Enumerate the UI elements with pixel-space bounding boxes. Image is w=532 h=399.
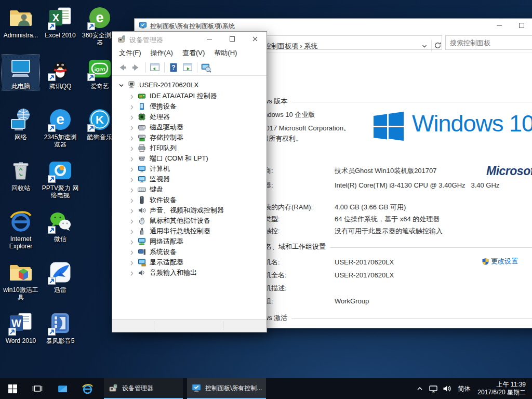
refresh-icon[interactable] <box>434 42 442 49</box>
task-button-control-panel[interactable]: 控制面板\所有控制... <box>187 378 266 399</box>
back-icon[interactable] <box>116 62 128 73</box>
tree-item-storage[interactable]: 存储控制器 <box>112 132 267 143</box>
chevron-collapsed-icon[interactable] <box>129 177 135 182</box>
minimize-button[interactable] <box>198 32 221 46</box>
desktop-icon-word[interactable]: WWord 2010 <box>2 310 39 344</box>
shortcut-arrow-icon <box>48 73 56 81</box>
menu-item-1[interactable]: 操作(A) <box>146 46 178 60</box>
chevron-collapsed-icon[interactable] <box>129 125 135 130</box>
tree-item-port[interactable]: 端口 (COM 和 LPT) <box>112 153 267 164</box>
chevron-collapsed-icon[interactable] <box>129 104 135 110</box>
tree-item-ide[interactable]: IDE ATA/ATAPI 控制器 <box>112 91 267 101</box>
chevron-collapsed-icon[interactable] <box>129 145 135 151</box>
task-button-label: 设备管理器 <box>122 384 153 393</box>
tree-item-keyboard[interactable]: 键盘 <box>112 184 267 195</box>
chevron-collapsed-icon[interactable] <box>129 94 135 99</box>
tree-item-disk[interactable]: 磁盘驱动器 <box>112 122 267 132</box>
forward-icon[interactable] <box>130 62 142 73</box>
minimize-button[interactable] <box>488 19 510 32</box>
section-rule <box>291 102 532 102</box>
menu-item-2[interactable]: 查看(V) <box>178 46 209 60</box>
ide-device-icon <box>138 92 146 100</box>
help-icon[interactable]: ? <box>168 62 179 73</box>
device-manager-titlebar[interactable]: 设备管理器 <box>112 32 267 46</box>
desktop-icon-storm[interactable]: 暴风影音5 <box>42 310 79 344</box>
show-console-tree-icon[interactable] <box>149 62 161 73</box>
desktop-icon-ie[interactable]: Internet Explorer <box>2 208 39 250</box>
desktop-icon-this-pc[interactable]: 此电脑 <box>2 55 39 90</box>
pinned-ie-button[interactable] <box>75 378 100 399</box>
tree-item-display[interactable]: 显示适配器 <box>112 257 267 268</box>
tree-item-cpu[interactable]: 处理器 <box>112 112 267 122</box>
chevron-collapsed-icon[interactable] <box>129 249 135 255</box>
menu-item-0[interactable]: 文件(F) <box>114 46 146 60</box>
tree-item-net[interactable]: 网络适配器 <box>112 236 267 247</box>
tree-item-audio[interactable]: 音频输入和输出 <box>112 268 267 278</box>
tree-item-computer[interactable]: 计算机 <box>112 164 267 174</box>
desktop-icon-network[interactable]: 网络 <box>2 106 39 141</box>
chevron-collapsed-icon[interactable] <box>129 208 135 214</box>
chevron-collapsed-icon[interactable] <box>129 156 135 162</box>
task-button-label: 控制面板\所有控制... <box>205 384 262 393</box>
chevron-down-icon[interactable] <box>421 43 428 50</box>
desktop-icon-wechat[interactable]: 微信 <box>42 208 79 243</box>
portable-device-icon <box>138 102 146 111</box>
tree-item-label: IDE ATA/ATAPI 控制器 <box>150 91 217 101</box>
chevron-collapsed-icon[interactable] <box>129 135 135 141</box>
tree-item-portable[interactable]: 便携设备 <box>112 101 267 112</box>
tree-item-sound[interactable]: 声音、视频和游戏控制器 <box>112 205 267 216</box>
maximize-button[interactable] <box>510 19 532 32</box>
tree-item-root[interactable]: USER-20170620LX <box>112 78 267 91</box>
device-manager-taskbar-icon <box>108 383 118 393</box>
chevron-collapsed-icon[interactable] <box>129 260 135 265</box>
desktop[interactable]: Administra...XExcel 2010e360安全浏览器此电脑腾讯QQ… <box>0 0 532 399</box>
desktop-icon-recycle-bin[interactable]: 回收站 <box>2 157 39 192</box>
tree-item-printer[interactable]: 打印队列 <box>112 143 267 153</box>
tree-item-mouse[interactable]: 鼠标和其他指针设备 <box>112 216 267 226</box>
chevron-collapsed-icon[interactable] <box>129 229 135 234</box>
usb-device-icon <box>138 227 146 235</box>
search-box <box>445 35 532 50</box>
desktop-icon-label: Internet Explorer <box>2 235 39 250</box>
desktop-icon-admin-folder[interactable]: Administra... <box>2 4 39 39</box>
desktop-icon-qq[interactable]: 腾讯QQ <box>42 55 79 90</box>
desktop-icon-pptv[interactable]: PPTV聚力 网络电视 <box>42 157 79 200</box>
menu-item-3[interactable]: 帮助(H) <box>209 46 242 60</box>
start-button[interactable] <box>0 378 25 399</box>
search-input[interactable] <box>446 36 532 49</box>
desktop-icon-xunlei[interactable]: 迅雷 <box>42 259 79 294</box>
change-settings[interactable]: 更改设置 <box>482 257 518 266</box>
scan-hardware-icon[interactable] <box>201 62 212 73</box>
volume-tray-button[interactable] <box>440 378 454 399</box>
chevron-collapsed-icon[interactable] <box>129 187 135 193</box>
tray-overflow-button[interactable] <box>413 378 427 399</box>
control-panel-titlebar[interactable]: 控制面板\所有控制面板项\系统 <box>135 19 532 32</box>
desktop-icon-excel[interactable]: XExcel 2010 <box>42 4 79 39</box>
input-method-indicator[interactable]: 简体 <box>454 378 474 399</box>
task-button-device-manager[interactable]: 设备管理器 <box>104 378 183 399</box>
port-device-icon <box>138 154 146 163</box>
tree-item-usb[interactable]: 通用串行总线控制器 <box>112 226 267 236</box>
tree-item-sysdev[interactable]: 系统设备 <box>112 247 267 257</box>
close-button[interactable] <box>244 32 267 46</box>
chevron-collapsed-icon[interactable] <box>129 197 135 203</box>
chevron-expanded-icon[interactable] <box>118 82 124 88</box>
task-view-button[interactable] <box>25 378 50 399</box>
taskbar-clock[interactable]: 上午 11:39 2017/6/20 星期二 <box>474 378 532 399</box>
chevron-collapsed-icon[interactable] <box>129 114 135 120</box>
pinned-this-pc-button[interactable] <box>50 378 75 399</box>
network-tray-button[interactable] <box>427 378 440 399</box>
chevron-collapsed-icon[interactable] <box>129 239 135 245</box>
desktop-icon-label: 此电脑 <box>2 83 39 90</box>
chevron-collapsed-icon[interactable] <box>129 166 135 172</box>
desktop-icon-win10-tool[interactable]: win10激活工具 <box>2 259 39 301</box>
desktop-icon-browser-2345[interactable]: e2345加速浏览器 <box>42 106 79 149</box>
chevron-collapsed-icon[interactable] <box>129 270 135 276</box>
task-view-icon <box>32 383 43 394</box>
keyboard-device-icon <box>138 185 146 194</box>
tree-item-software[interactable]: 软件设备 <box>112 195 267 205</box>
tree-item-monitor[interactable]: 监视器 <box>112 174 267 184</box>
maximize-button[interactable] <box>221 32 244 46</box>
properties-icon[interactable] <box>182 62 193 73</box>
chevron-collapsed-icon[interactable] <box>129 218 135 224</box>
